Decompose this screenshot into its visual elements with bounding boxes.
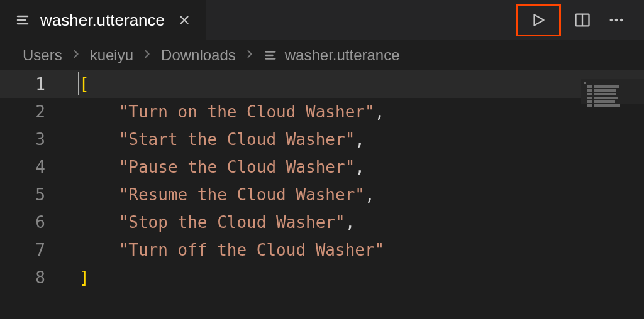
- code-editor[interactable]: 1[2 "Turn on the Cloud Washer",3 "Start …: [0, 70, 644, 291]
- breadcrumb-item[interactable]: kueiyu: [90, 46, 133, 64]
- svg-point-1: [610, 19, 613, 22]
- line-content[interactable]: "Stop the Cloud Washer",: [78, 208, 355, 236]
- chevron-right-icon: [141, 46, 153, 64]
- split-editor-button[interactable]: [570, 8, 595, 33]
- editor-line[interactable]: 8]: [0, 264, 644, 291]
- line-content[interactable]: ]: [78, 264, 89, 291]
- line-content[interactable]: "Resume the Cloud Washer",: [78, 181, 375, 208]
- minimap[interactable]: [581, 79, 644, 104]
- editor-line[interactable]: 4 "Pause the Cloud Washer",: [0, 153, 644, 181]
- line-number: 1: [0, 70, 63, 98]
- editor-line[interactable]: 7 "Turn off the Cloud Washer": [0, 236, 644, 264]
- line-number: 8: [0, 264, 63, 291]
- editor-line[interactable]: 2 "Turn on the Cloud Washer",: [0, 98, 644, 126]
- line-number: 5: [0, 181, 63, 208]
- line-content[interactable]: "Turn on the Cloud Washer",: [78, 98, 384, 126]
- chevron-right-icon: [70, 46, 82, 64]
- tab-bar: washer.utterance: [0, 0, 644, 40]
- editor-toolbar: [516, 4, 644, 36]
- editor-tab[interactable]: washer.utterance: [0, 0, 206, 40]
- line-number: 4: [0, 153, 63, 181]
- run-button[interactable]: [526, 8, 551, 33]
- editor-line[interactable]: 1[: [0, 70, 644, 98]
- tab-label: washer.utterance: [40, 11, 165, 30]
- close-icon[interactable]: [175, 11, 194, 30]
- breadcrumb-item[interactable]: Downloads: [161, 46, 236, 64]
- file-icon: [15, 13, 30, 28]
- line-content[interactable]: "Start the Cloud Washer",: [78, 126, 365, 153]
- line-number: 7: [0, 236, 63, 264]
- breadcrumb[interactable]: Users kueiyu Downloads washer.utterance: [0, 40, 644, 70]
- breadcrumb-item[interactable]: Users: [23, 46, 62, 64]
- line-number: 6: [0, 208, 63, 236]
- line-number: 2: [0, 98, 63, 126]
- editor-line[interactable]: 3 "Start the Cloud Washer",: [0, 126, 644, 153]
- svg-point-3: [620, 19, 623, 22]
- chevron-right-icon: [243, 46, 256, 64]
- editor-line[interactable]: 6 "Stop the Cloud Washer",: [0, 208, 644, 236]
- line-content[interactable]: "Pause the Cloud Washer",: [78, 153, 365, 181]
- svg-point-2: [615, 19, 618, 22]
- breadcrumb-item[interactable]: washer.utterance: [285, 46, 400, 64]
- line-number: 3: [0, 126, 63, 153]
- run-button-highlight: [516, 4, 561, 36]
- more-actions-button[interactable]: [604, 8, 629, 33]
- line-content[interactable]: "Turn off the Cloud Washer": [78, 236, 384, 264]
- line-content[interactable]: [: [78, 70, 89, 98]
- file-icon: [264, 48, 277, 62]
- editor-line[interactable]: 5 "Resume the Cloud Washer",: [0, 181, 644, 208]
